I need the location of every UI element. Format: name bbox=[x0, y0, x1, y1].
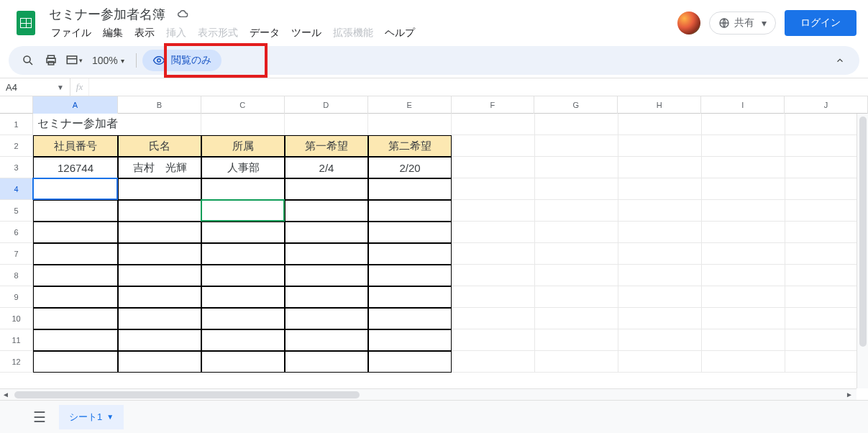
cell-B4[interactable] bbox=[118, 178, 201, 200]
cell-D7[interactable] bbox=[285, 243, 368, 265]
cell-C5[interactable] bbox=[201, 200, 285, 222]
cell-A10[interactable] bbox=[33, 308, 118, 329]
cell-C7[interactable] bbox=[201, 243, 285, 265]
cell-F1[interactable] bbox=[452, 114, 535, 135]
cell-B9[interactable] bbox=[118, 286, 201, 308]
cell-J6[interactable] bbox=[785, 222, 868, 243]
cell-C8[interactable] bbox=[201, 265, 285, 286]
cell-D4[interactable] bbox=[285, 178, 368, 200]
login-button[interactable]: ログイン bbox=[785, 10, 856, 36]
cell-D11[interactable] bbox=[285, 329, 368, 351]
cell-J4[interactable] bbox=[785, 178, 868, 200]
col-header-H[interactable]: H bbox=[618, 96, 701, 114]
cell-H7[interactable] bbox=[618, 243, 702, 265]
cell-E10[interactable] bbox=[368, 308, 452, 329]
cell-H12[interactable] bbox=[618, 351, 702, 373]
cell-E7[interactable] bbox=[368, 243, 452, 265]
cell-C12[interactable] bbox=[201, 351, 285, 373]
cell-I4[interactable] bbox=[702, 178, 785, 200]
cell-E8[interactable] bbox=[368, 265, 452, 286]
cell-C1[interactable] bbox=[201, 114, 285, 135]
cell-H9[interactable] bbox=[618, 286, 702, 308]
cell-H4[interactable] bbox=[618, 178, 702, 200]
cell-A5[interactable] bbox=[33, 200, 118, 222]
cell-H3[interactable] bbox=[618, 157, 702, 178]
cell-A8[interactable] bbox=[33, 265, 118, 286]
cell-I2[interactable] bbox=[702, 135, 785, 157]
cell-G4[interactable] bbox=[535, 178, 618, 200]
cell-A12[interactable] bbox=[33, 351, 118, 373]
row-header-9[interactable]: 9 bbox=[0, 286, 33, 308]
cell-A7[interactable] bbox=[33, 243, 118, 265]
cell-B8[interactable] bbox=[118, 265, 201, 286]
cell-G9[interactable] bbox=[535, 286, 618, 308]
cell-E6[interactable] bbox=[368, 222, 452, 243]
cell-I10[interactable] bbox=[702, 308, 785, 329]
cell-E9[interactable] bbox=[368, 286, 452, 308]
menu-edit[interactable]: 編集 bbox=[98, 25, 128, 41]
cell-G3[interactable] bbox=[535, 157, 618, 178]
search-icon[interactable] bbox=[17, 50, 39, 71]
row-header-6[interactable]: 6 bbox=[0, 222, 33, 243]
cell-D9[interactable] bbox=[285, 286, 368, 308]
cell-G8[interactable] bbox=[535, 265, 618, 286]
cell-G7[interactable] bbox=[535, 243, 618, 265]
row-header-2[interactable]: 2 bbox=[0, 135, 33, 157]
cell-C11[interactable] bbox=[201, 329, 285, 351]
cell-I6[interactable] bbox=[702, 222, 785, 243]
cell-F12[interactable] bbox=[452, 351, 535, 373]
cell-A6[interactable] bbox=[33, 222, 118, 243]
cell-I8[interactable] bbox=[702, 265, 785, 286]
all-sheets-icon[interactable]: ☰ bbox=[29, 406, 50, 428]
cell-F9[interactable] bbox=[452, 286, 535, 308]
cell-C3[interactable]: 人事部 bbox=[201, 157, 285, 178]
cell-D1[interactable] bbox=[285, 114, 368, 135]
cell-E1[interactable] bbox=[368, 114, 452, 135]
col-header-D[interactable]: D bbox=[285, 96, 368, 114]
cell-I7[interactable] bbox=[702, 243, 785, 265]
col-header-F[interactable]: F bbox=[452, 96, 535, 114]
cell-J5[interactable] bbox=[785, 200, 868, 222]
cell-H6[interactable] bbox=[618, 222, 702, 243]
cell-H11[interactable] bbox=[618, 329, 702, 351]
cell-C9[interactable] bbox=[201, 286, 285, 308]
horizontal-scrollbar[interactable]: ◄► bbox=[0, 388, 856, 400]
cell-E12[interactable] bbox=[368, 351, 452, 373]
cell-H8[interactable] bbox=[618, 265, 702, 286]
cell-G10[interactable] bbox=[535, 308, 618, 329]
row-header-11[interactable]: 11 bbox=[0, 329, 33, 351]
print-icon[interactable] bbox=[40, 50, 62, 71]
cells-area[interactable]: セミナー参加者社員番号氏名所属第一希望第二希望126744吉村 光輝人事部2/4… bbox=[33, 114, 868, 398]
cell-I9[interactable] bbox=[702, 286, 785, 308]
cell-J8[interactable] bbox=[785, 265, 868, 286]
row-header-3[interactable]: 3 bbox=[0, 157, 33, 178]
menu-tools[interactable]: ツール bbox=[286, 25, 326, 41]
select-all-corner[interactable] bbox=[0, 96, 33, 114]
cell-B10[interactable] bbox=[118, 308, 201, 329]
cell-A4[interactable] bbox=[33, 178, 118, 200]
cell-H5[interactable] bbox=[618, 200, 702, 222]
row-header-12[interactable]: 12 bbox=[0, 351, 33, 373]
cell-F8[interactable] bbox=[452, 265, 535, 286]
cell-J1[interactable] bbox=[785, 114, 868, 135]
cell-A3[interactable]: 126744 bbox=[33, 157, 118, 178]
share-button[interactable]: 共有 ▾ bbox=[709, 12, 776, 35]
row-header-8[interactable]: 8 bbox=[0, 265, 33, 286]
cell-B12[interactable] bbox=[118, 351, 201, 373]
sheet-tab[interactable]: シート1▼ bbox=[59, 405, 124, 429]
col-header-G[interactable]: G bbox=[534, 96, 618, 114]
row-header-1[interactable]: 1 bbox=[0, 114, 33, 135]
cell-J2[interactable] bbox=[785, 135, 868, 157]
row-header-4[interactable]: 4 bbox=[0, 178, 33, 200]
cell-B3[interactable]: 吉村 光輝 bbox=[118, 157, 201, 178]
cell-E2[interactable]: 第二希望 bbox=[368, 135, 452, 157]
view-only-chip[interactable]: 閲覧のみ bbox=[142, 50, 221, 71]
doc-title[interactable]: セミナー参加者名簿 bbox=[46, 6, 168, 23]
cell-H2[interactable] bbox=[618, 135, 702, 157]
cell-A11[interactable] bbox=[33, 329, 118, 351]
cell-H1[interactable] bbox=[618, 114, 702, 135]
cell-F4[interactable] bbox=[452, 178, 535, 200]
cell-B7[interactable] bbox=[118, 243, 201, 265]
cell-G5[interactable] bbox=[535, 200, 618, 222]
cell-F10[interactable] bbox=[452, 308, 535, 329]
